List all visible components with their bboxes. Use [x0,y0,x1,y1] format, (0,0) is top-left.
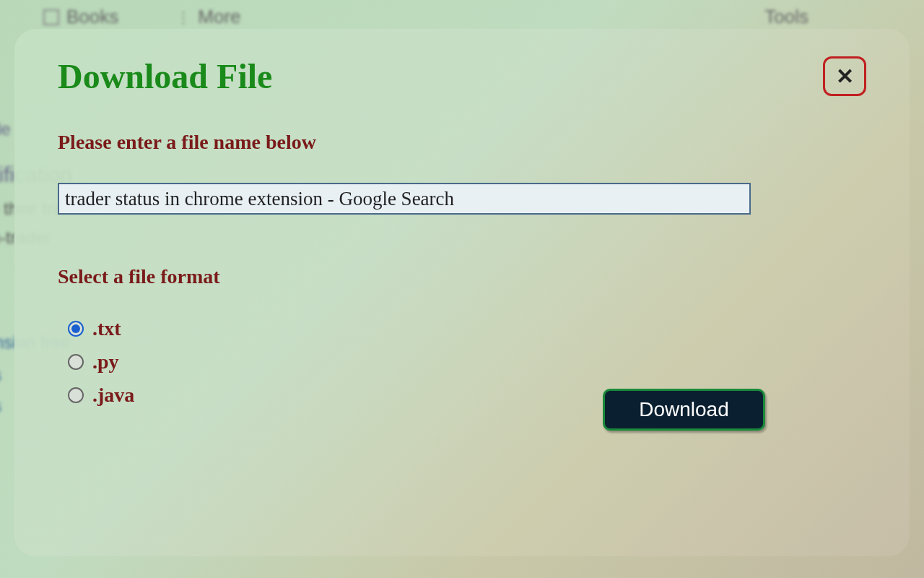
radio-label-txt: .txt [92,317,121,340]
bg-books-text: Books [66,6,118,28]
more-icon: ⋮ [176,9,191,26]
bg-more-text: More [198,6,240,28]
filename-input[interactable] [58,183,751,215]
download-button[interactable]: Download [603,389,765,431]
download-modal: Download File ✕ Please enter a file name… [14,29,910,556]
radio-label-py: .py [92,350,119,374]
book-icon [43,9,59,25]
modal-header: Download File ✕ [58,56,866,96]
radio-input-java[interactable] [68,387,84,403]
radio-input-txt[interactable] [68,321,84,337]
filename-label: Please enter a file name below [58,131,866,154]
format-label: Select a file format [58,265,866,288]
radio-item-txt[interactable]: .txt [68,317,866,340]
close-icon: ✕ [836,64,854,89]
modal-title: Download File [58,56,272,96]
close-button[interactable]: ✕ [823,56,866,96]
bg-tools-text: Tools [764,6,808,28]
radio-input-py[interactable] [68,354,84,370]
radio-item-py[interactable]: .py [68,350,866,374]
radio-label-java: .java [92,384,134,407]
